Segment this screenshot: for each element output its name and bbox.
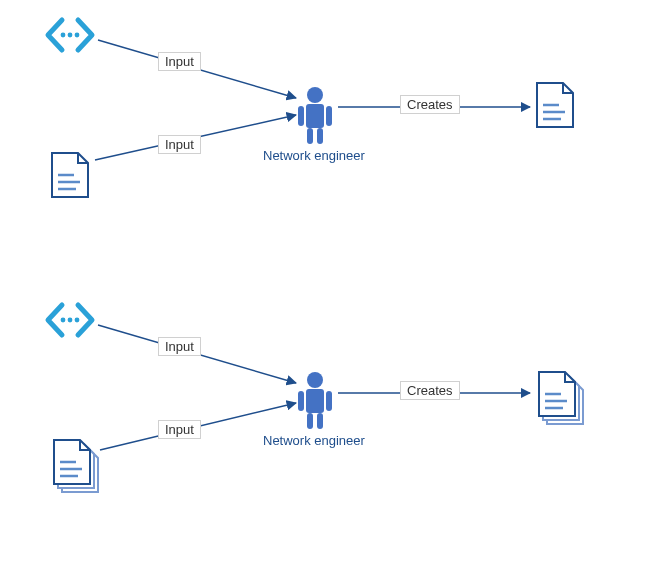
svg-rect-8 bbox=[298, 106, 304, 126]
edge-label-input: Input bbox=[158, 135, 201, 154]
svg-point-17 bbox=[75, 318, 80, 323]
diagram-stage: Input Input Creates Network engineer Inp… bbox=[0, 0, 659, 562]
svg-rect-11 bbox=[317, 128, 323, 144]
svg-point-6 bbox=[307, 87, 323, 103]
svg-rect-26 bbox=[317, 413, 323, 429]
svg-point-2 bbox=[75, 33, 80, 38]
svg-rect-9 bbox=[326, 106, 332, 126]
svg-rect-7 bbox=[306, 104, 324, 128]
svg-point-16 bbox=[68, 318, 73, 323]
svg-rect-23 bbox=[298, 391, 304, 411]
document-icon bbox=[52, 153, 88, 197]
svg-point-0 bbox=[61, 33, 66, 38]
role-label: Network engineer bbox=[263, 148, 365, 163]
document-icon bbox=[537, 83, 573, 127]
edge-label-input: Input bbox=[158, 420, 201, 439]
edge-label-creates: Creates bbox=[400, 95, 460, 114]
svg-point-15 bbox=[61, 318, 66, 323]
svg-point-21 bbox=[307, 372, 323, 388]
diagram-svg bbox=[0, 0, 659, 562]
svg-point-1 bbox=[68, 33, 73, 38]
svg-rect-10 bbox=[307, 128, 313, 144]
api-icon bbox=[48, 305, 92, 335]
documents-stack-icon bbox=[54, 440, 98, 492]
edge-label-input: Input bbox=[158, 337, 201, 356]
svg-rect-24 bbox=[326, 391, 332, 411]
api-icon bbox=[48, 20, 92, 50]
role-label: Network engineer bbox=[263, 433, 365, 448]
edge-label-input: Input bbox=[158, 52, 201, 71]
person-icon bbox=[298, 372, 332, 429]
documents-stack-icon bbox=[539, 372, 583, 424]
person-icon bbox=[298, 87, 332, 144]
edge-label-creates: Creates bbox=[400, 381, 460, 400]
svg-rect-25 bbox=[307, 413, 313, 429]
svg-rect-22 bbox=[306, 389, 324, 413]
